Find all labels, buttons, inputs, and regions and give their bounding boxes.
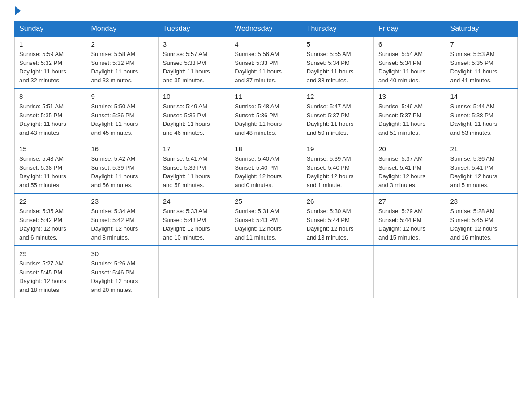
day-number: 22: [19, 197, 82, 205]
calendar-cell: 25Sunrise: 5:31 AM Sunset: 5:43 PM Dayli…: [230, 193, 302, 246]
day-number: 21: [450, 145, 513, 153]
calendar-cell: 30Sunrise: 5:26 AM Sunset: 5:46 PM Dayli…: [86, 246, 158, 298]
day-info: Sunrise: 5:37 AM Sunset: 5:41 PM Dayligh…: [378, 154, 441, 189]
calendar-cell: 18Sunrise: 5:40 AM Sunset: 5:40 PM Dayli…: [230, 141, 302, 193]
day-info: Sunrise: 5:56 AM Sunset: 5:33 PM Dayligh…: [235, 50, 297, 85]
day-of-week-header: Wednesday: [230, 21, 302, 37]
day-info: Sunrise: 5:36 AM Sunset: 5:41 PM Dayligh…: [450, 154, 513, 189]
day-number: 15: [19, 145, 82, 153]
day-info: Sunrise: 5:43 AM Sunset: 5:38 PM Dayligh…: [19, 154, 82, 189]
calendar-cell: 17Sunrise: 5:41 AM Sunset: 5:39 PM Dayli…: [158, 141, 230, 193]
calendar-cell: 21Sunrise: 5:36 AM Sunset: 5:41 PM Dayli…: [446, 141, 517, 193]
day-of-week-header: Thursday: [302, 21, 373, 37]
calendar-cell: 16Sunrise: 5:42 AM Sunset: 5:39 PM Dayli…: [86, 141, 158, 193]
calendar-cell: 27Sunrise: 5:29 AM Sunset: 5:44 PM Dayli…: [374, 193, 446, 246]
day-info: Sunrise: 5:59 AM Sunset: 5:32 PM Dayligh…: [19, 50, 82, 85]
day-info: Sunrise: 5:30 AM Sunset: 5:44 PM Dayligh…: [307, 207, 369, 242]
day-info: Sunrise: 5:49 AM Sunset: 5:36 PM Dayligh…: [163, 102, 225, 137]
calendar-cell: 7Sunrise: 5:53 AM Sunset: 5:35 PM Daylig…: [446, 37, 517, 89]
calendar-cell: 13Sunrise: 5:46 AM Sunset: 5:37 PM Dayli…: [374, 89, 446, 141]
day-of-week-header: Monday: [86, 21, 158, 37]
day-info: Sunrise: 5:42 AM Sunset: 5:39 PM Dayligh…: [91, 154, 153, 189]
calendar-cell: [230, 246, 302, 298]
day-number: 6: [378, 40, 441, 48]
day-of-week-header: Saturday: [446, 21, 517, 37]
calendar-cell: 6Sunrise: 5:54 AM Sunset: 5:34 PM Daylig…: [374, 37, 446, 89]
calendar-header-row: SundayMondayTuesdayWednesdayThursdayFrid…: [15, 21, 518, 37]
calendar-week-row: 15Sunrise: 5:43 AM Sunset: 5:38 PM Dayli…: [15, 141, 518, 193]
day-number: 1: [19, 40, 82, 48]
day-of-week-header: Sunday: [15, 21, 86, 37]
day-number: 27: [378, 197, 441, 205]
calendar-cell: 4Sunrise: 5:56 AM Sunset: 5:33 PM Daylig…: [230, 37, 302, 89]
day-number: 3: [163, 40, 225, 48]
day-number: 25: [235, 197, 297, 205]
day-number: 4: [235, 40, 297, 48]
day-number: 8: [19, 93, 82, 100]
calendar-cell: 15Sunrise: 5:43 AM Sunset: 5:38 PM Dayli…: [15, 141, 86, 193]
calendar-cell: [374, 246, 446, 298]
logo-arrow-icon: [15, 6, 21, 15]
calendar-week-row: 22Sunrise: 5:35 AM Sunset: 5:42 PM Dayli…: [15, 193, 518, 246]
calendar-cell: 2Sunrise: 5:58 AM Sunset: 5:32 PM Daylig…: [86, 37, 158, 89]
calendar-cell: 23Sunrise: 5:34 AM Sunset: 5:42 PM Dayli…: [86, 193, 158, 246]
day-info: Sunrise: 5:39 AM Sunset: 5:40 PM Dayligh…: [307, 154, 369, 189]
day-number: 5: [307, 40, 369, 48]
day-number: 26: [307, 197, 369, 205]
calendar-cell: 10Sunrise: 5:49 AM Sunset: 5:36 PM Dayli…: [158, 89, 230, 141]
calendar-cell: 9Sunrise: 5:50 AM Sunset: 5:36 PM Daylig…: [86, 89, 158, 141]
day-info: Sunrise: 5:47 AM Sunset: 5:37 PM Dayligh…: [307, 102, 369, 137]
day-info: Sunrise: 5:55 AM Sunset: 5:34 PM Dayligh…: [307, 50, 369, 85]
day-info: Sunrise: 5:33 AM Sunset: 5:43 PM Dayligh…: [163, 207, 225, 242]
day-number: 12: [307, 93, 369, 100]
day-info: Sunrise: 5:31 AM Sunset: 5:43 PM Dayligh…: [235, 207, 297, 242]
calendar-cell: 8Sunrise: 5:51 AM Sunset: 5:35 PM Daylig…: [15, 89, 86, 141]
day-info: Sunrise: 5:41 AM Sunset: 5:39 PM Dayligh…: [163, 154, 225, 189]
day-number: 17: [163, 145, 225, 153]
calendar-cell: 20Sunrise: 5:37 AM Sunset: 5:41 PM Dayli…: [374, 141, 446, 193]
day-info: Sunrise: 5:53 AM Sunset: 5:35 PM Dayligh…: [450, 50, 513, 85]
day-number: 10: [163, 93, 225, 100]
day-info: Sunrise: 5:34 AM Sunset: 5:42 PM Dayligh…: [91, 207, 153, 242]
calendar-cell: 19Sunrise: 5:39 AM Sunset: 5:40 PM Dayli…: [302, 141, 373, 193]
calendar-table: SundayMondayTuesdayWednesdayThursdayFrid…: [14, 21, 518, 298]
calendar-cell: [446, 246, 517, 298]
calendar-cell: 12Sunrise: 5:47 AM Sunset: 5:37 PM Dayli…: [302, 89, 373, 141]
day-info: Sunrise: 5:48 AM Sunset: 5:36 PM Dayligh…: [235, 102, 297, 137]
calendar-week-row: 1Sunrise: 5:59 AM Sunset: 5:32 PM Daylig…: [15, 37, 518, 89]
calendar-cell: 22Sunrise: 5:35 AM Sunset: 5:42 PM Dayli…: [15, 193, 86, 246]
day-number: 20: [378, 145, 441, 153]
day-number: 18: [235, 145, 297, 153]
day-number: 16: [91, 145, 153, 153]
day-of-week-header: Friday: [374, 21, 446, 37]
calendar-cell: 28Sunrise: 5:28 AM Sunset: 5:45 PM Dayli…: [446, 193, 517, 246]
calendar-cell: 1Sunrise: 5:59 AM Sunset: 5:32 PM Daylig…: [15, 37, 86, 89]
day-info: Sunrise: 5:46 AM Sunset: 5:37 PM Dayligh…: [378, 102, 441, 137]
calendar-cell: 11Sunrise: 5:48 AM Sunset: 5:36 PM Dayli…: [230, 89, 302, 141]
day-info: Sunrise: 5:35 AM Sunset: 5:42 PM Dayligh…: [19, 207, 82, 242]
day-number: 24: [163, 197, 225, 205]
page-header: [14, 11, 518, 15]
calendar-cell: [302, 246, 373, 298]
day-info: Sunrise: 5:27 AM Sunset: 5:45 PM Dayligh…: [19, 259, 82, 294]
day-number: 19: [307, 145, 369, 153]
calendar-cell: 3Sunrise: 5:57 AM Sunset: 5:33 PM Daylig…: [158, 37, 230, 89]
calendar-week-row: 29Sunrise: 5:27 AM Sunset: 5:45 PM Dayli…: [15, 246, 518, 298]
day-number: 23: [91, 197, 153, 205]
calendar-week-row: 8Sunrise: 5:51 AM Sunset: 5:35 PM Daylig…: [15, 89, 518, 141]
day-of-week-header: Tuesday: [158, 21, 230, 37]
day-info: Sunrise: 5:26 AM Sunset: 5:46 PM Dayligh…: [91, 259, 153, 294]
calendar-cell: 14Sunrise: 5:44 AM Sunset: 5:38 PM Dayli…: [446, 89, 517, 141]
day-info: Sunrise: 5:51 AM Sunset: 5:35 PM Dayligh…: [19, 102, 82, 137]
day-info: Sunrise: 5:50 AM Sunset: 5:36 PM Dayligh…: [91, 102, 153, 137]
calendar-cell: [158, 246, 230, 298]
logo: [14, 14, 21, 15]
calendar-cell: 24Sunrise: 5:33 AM Sunset: 5:43 PM Dayli…: [158, 193, 230, 246]
day-info: Sunrise: 5:29 AM Sunset: 5:44 PM Dayligh…: [378, 207, 441, 242]
day-info: Sunrise: 5:58 AM Sunset: 5:32 PM Dayligh…: [91, 50, 153, 85]
day-number: 7: [450, 40, 513, 48]
calendar-cell: 29Sunrise: 5:27 AM Sunset: 5:45 PM Dayli…: [15, 246, 86, 298]
day-info: Sunrise: 5:40 AM Sunset: 5:40 PM Dayligh…: [235, 154, 297, 189]
calendar-cell: 5Sunrise: 5:55 AM Sunset: 5:34 PM Daylig…: [302, 37, 373, 89]
day-info: Sunrise: 5:28 AM Sunset: 5:45 PM Dayligh…: [450, 207, 513, 242]
